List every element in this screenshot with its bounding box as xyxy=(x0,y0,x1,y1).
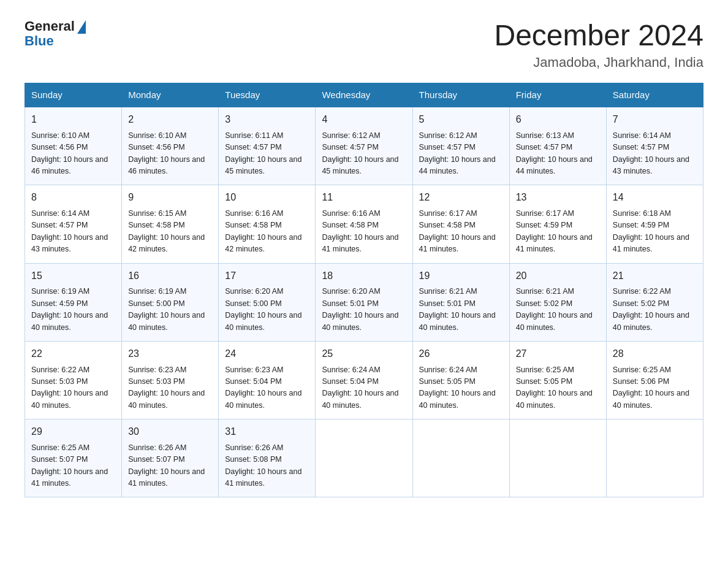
day-number: 22 xyxy=(31,347,115,362)
day-number: 26 xyxy=(419,347,503,362)
day-info: Sunrise: 6:23 AMSunset: 5:04 PMDaylight:… xyxy=(225,364,309,412)
calendar-day-cell: 1Sunrise: 6:10 AMSunset: 4:56 PMDaylight… xyxy=(25,107,122,185)
calendar-day-cell: 24Sunrise: 6:23 AMSunset: 5:04 PMDayligh… xyxy=(219,341,316,419)
day-info: Sunrise: 6:20 AMSunset: 5:01 PMDaylight:… xyxy=(322,286,406,334)
calendar-day-cell: 30Sunrise: 6:26 AMSunset: 5:07 PMDayligh… xyxy=(122,419,219,497)
day-number: 23 xyxy=(128,347,212,362)
weekday-header-row: SundayMondayTuesdayWednesdayThursdayFrid… xyxy=(25,83,703,107)
day-number: 25 xyxy=(322,347,406,362)
calendar-day-cell xyxy=(412,419,509,497)
calendar-day-cell: 19Sunrise: 6:21 AMSunset: 5:01 PMDayligh… xyxy=(412,263,509,341)
day-info: Sunrise: 6:22 AMSunset: 5:03 PMDaylight:… xyxy=(31,364,115,412)
location-title: Jamadoba, Jharkhand, India xyxy=(494,55,703,71)
calendar-day-cell: 21Sunrise: 6:22 AMSunset: 5:02 PMDayligh… xyxy=(606,263,703,341)
calendar-day-cell: 25Sunrise: 6:24 AMSunset: 5:04 PMDayligh… xyxy=(316,341,412,419)
day-number: 19 xyxy=(419,269,503,284)
day-info: Sunrise: 6:22 AMSunset: 5:02 PMDaylight:… xyxy=(613,286,697,334)
day-number: 11 xyxy=(322,190,406,205)
calendar-day-cell: 12Sunrise: 6:17 AMSunset: 4:58 PMDayligh… xyxy=(412,185,509,263)
weekday-header-tuesday: Tuesday xyxy=(219,83,316,107)
day-number: 3 xyxy=(225,112,309,128)
day-info: Sunrise: 6:16 AMSunset: 4:58 PMDaylight:… xyxy=(322,208,406,256)
calendar-day-cell: 10Sunrise: 6:16 AMSunset: 4:58 PMDayligh… xyxy=(219,185,316,263)
day-number: 27 xyxy=(516,347,600,362)
day-info: Sunrise: 6:21 AMSunset: 5:02 PMDaylight:… xyxy=(516,286,600,334)
calendar-day-cell: 20Sunrise: 6:21 AMSunset: 5:02 PMDayligh… xyxy=(509,263,606,341)
calendar-day-cell: 11Sunrise: 6:16 AMSunset: 4:58 PMDayligh… xyxy=(316,185,412,263)
day-info: Sunrise: 6:10 AMSunset: 4:56 PMDaylight:… xyxy=(128,130,212,178)
day-info: Sunrise: 6:23 AMSunset: 5:03 PMDaylight:… xyxy=(128,364,212,412)
day-info: Sunrise: 6:26 AMSunset: 5:07 PMDaylight:… xyxy=(128,442,212,490)
day-number: 18 xyxy=(322,269,406,284)
day-info: Sunrise: 6:16 AMSunset: 4:58 PMDaylight:… xyxy=(225,208,309,256)
day-number: 14 xyxy=(613,190,697,205)
calendar-day-cell: 3Sunrise: 6:11 AMSunset: 4:57 PMDaylight… xyxy=(219,107,316,185)
page-header: General Blue December 2024 Jamadoba, Jha… xyxy=(25,18,703,71)
weekday-header-sunday: Sunday xyxy=(25,83,122,107)
day-number: 21 xyxy=(613,269,697,284)
day-number: 1 xyxy=(31,112,115,128)
calendar-table: SundayMondayTuesdayWednesdayThursdayFrid… xyxy=(25,83,703,497)
weekday-header-thursday: Thursday xyxy=(412,83,509,107)
day-number: 30 xyxy=(128,424,212,440)
day-number: 29 xyxy=(31,424,115,440)
day-number: 7 xyxy=(613,112,697,128)
logo-triangle-icon xyxy=(77,20,86,34)
calendar-day-cell: 23Sunrise: 6:23 AMSunset: 5:03 PMDayligh… xyxy=(122,341,219,419)
day-number: 2 xyxy=(128,112,212,128)
day-info: Sunrise: 6:19 AMSunset: 5:00 PMDaylight:… xyxy=(128,286,212,334)
calendar-day-cell: 8Sunrise: 6:14 AMSunset: 4:57 PMDaylight… xyxy=(25,185,122,263)
calendar-day-cell: 15Sunrise: 6:19 AMSunset: 4:59 PMDayligh… xyxy=(25,263,122,341)
day-number: 15 xyxy=(31,269,115,284)
logo-general-text: General xyxy=(25,18,75,34)
day-info: Sunrise: 6:18 AMSunset: 4:59 PMDaylight:… xyxy=(613,208,697,256)
day-number: 16 xyxy=(128,269,212,284)
day-info: Sunrise: 6:15 AMSunset: 4:58 PMDaylight:… xyxy=(128,208,212,256)
day-info: Sunrise: 6:13 AMSunset: 4:57 PMDaylight:… xyxy=(516,130,600,178)
weekday-header-monday: Monday xyxy=(122,83,219,107)
day-info: Sunrise: 6:21 AMSunset: 5:01 PMDaylight:… xyxy=(419,286,503,334)
weekday-header-friday: Friday xyxy=(509,83,606,107)
calendar-week-row: 1Sunrise: 6:10 AMSunset: 4:56 PMDaylight… xyxy=(25,107,703,185)
day-info: Sunrise: 6:17 AMSunset: 4:59 PMDaylight:… xyxy=(516,208,600,256)
day-number: 13 xyxy=(516,190,600,205)
logo-blue-text: Blue xyxy=(25,33,54,49)
calendar-day-cell: 27Sunrise: 6:25 AMSunset: 5:05 PMDayligh… xyxy=(509,341,606,419)
day-number: 20 xyxy=(516,269,600,284)
calendar-day-cell: 22Sunrise: 6:22 AMSunset: 5:03 PMDayligh… xyxy=(25,341,122,419)
calendar-day-cell: 14Sunrise: 6:18 AMSunset: 4:59 PMDayligh… xyxy=(606,185,703,263)
day-info: Sunrise: 6:10 AMSunset: 4:56 PMDaylight:… xyxy=(31,130,115,178)
weekday-header-wednesday: Wednesday xyxy=(316,83,412,107)
calendar-week-row: 29Sunrise: 6:25 AMSunset: 5:07 PMDayligh… xyxy=(25,419,703,497)
calendar-day-cell: 7Sunrise: 6:14 AMSunset: 4:57 PMDaylight… xyxy=(606,107,703,185)
day-info: Sunrise: 6:12 AMSunset: 4:57 PMDaylight:… xyxy=(322,130,406,178)
calendar-week-row: 22Sunrise: 6:22 AMSunset: 5:03 PMDayligh… xyxy=(25,341,703,419)
calendar-day-cell xyxy=(606,419,703,497)
calendar-week-row: 15Sunrise: 6:19 AMSunset: 4:59 PMDayligh… xyxy=(25,263,703,341)
day-info: Sunrise: 6:24 AMSunset: 5:05 PMDaylight:… xyxy=(419,364,503,412)
title-section: December 2024 Jamadoba, Jharkhand, India xyxy=(494,18,703,71)
day-number: 10 xyxy=(225,190,309,205)
calendar-week-row: 8Sunrise: 6:14 AMSunset: 4:57 PMDaylight… xyxy=(25,185,703,263)
day-info: Sunrise: 6:11 AMSunset: 4:57 PMDaylight:… xyxy=(225,130,309,178)
day-number: 17 xyxy=(225,269,309,284)
calendar-day-cell xyxy=(316,419,412,497)
calendar-day-cell: 16Sunrise: 6:19 AMSunset: 5:00 PMDayligh… xyxy=(122,263,219,341)
calendar-day-cell xyxy=(509,419,606,497)
weekday-header-saturday: Saturday xyxy=(606,83,703,107)
calendar-day-cell: 6Sunrise: 6:13 AMSunset: 4:57 PMDaylight… xyxy=(509,107,606,185)
calendar-day-cell: 26Sunrise: 6:24 AMSunset: 5:05 PMDayligh… xyxy=(412,341,509,419)
month-title: December 2024 xyxy=(494,18,703,52)
calendar-day-cell: 18Sunrise: 6:20 AMSunset: 5:01 PMDayligh… xyxy=(316,263,412,341)
calendar-day-cell: 28Sunrise: 6:25 AMSunset: 5:06 PMDayligh… xyxy=(606,341,703,419)
day-info: Sunrise: 6:25 AMSunset: 5:06 PMDaylight:… xyxy=(613,364,697,412)
day-number: 4 xyxy=(322,112,406,128)
calendar-day-cell: 29Sunrise: 6:25 AMSunset: 5:07 PMDayligh… xyxy=(25,419,122,497)
day-info: Sunrise: 6:12 AMSunset: 4:57 PMDaylight:… xyxy=(419,130,503,178)
day-info: Sunrise: 6:20 AMSunset: 5:00 PMDaylight:… xyxy=(225,286,309,334)
calendar-day-cell: 17Sunrise: 6:20 AMSunset: 5:00 PMDayligh… xyxy=(219,263,316,341)
day-info: Sunrise: 6:25 AMSunset: 5:05 PMDaylight:… xyxy=(516,364,600,412)
day-number: 31 xyxy=(225,424,309,440)
calendar-day-cell: 9Sunrise: 6:15 AMSunset: 4:58 PMDaylight… xyxy=(122,185,219,263)
day-info: Sunrise: 6:14 AMSunset: 4:57 PMDaylight:… xyxy=(31,208,115,256)
